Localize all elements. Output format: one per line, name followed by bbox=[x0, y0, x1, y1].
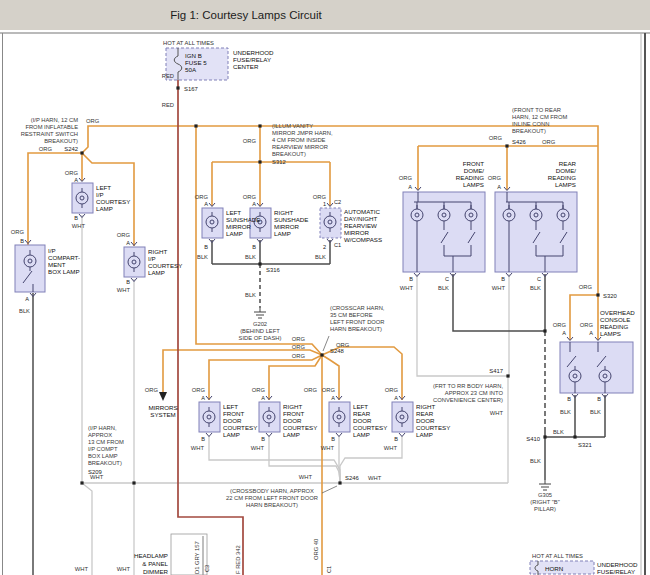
splice-dot-s312 bbox=[258, 160, 261, 163]
wire-org-lr-door-feed bbox=[322, 355, 339, 400]
ground-label-g305: G305(RIGHT "B"PILLAR) bbox=[530, 492, 559, 512]
pin-label-a: A bbox=[252, 201, 256, 207]
splice-label-s417: S417 bbox=[489, 368, 503, 374]
title-bar bbox=[0, 0, 650, 30]
wire-label-blk: BLK bbox=[197, 254, 208, 260]
horn-fuse-label: HORN bbox=[545, 565, 563, 572]
wire-label-org: ORG bbox=[489, 135, 503, 141]
pin-label-a: A bbox=[261, 395, 265, 401]
pin-label-c3: C3 bbox=[204, 565, 210, 572]
splice-label-s410: S410 bbox=[526, 436, 540, 442]
wire-label-red: RED bbox=[162, 73, 174, 79]
fuse-hot-label: HOT AT ALL TIMES bbox=[163, 40, 214, 46]
wire-org-ohc-feeds bbox=[570, 295, 598, 340]
pin-label-a: A bbox=[331, 395, 335, 401]
circuit-label-gry157: D1 GRY 157 bbox=[194, 541, 200, 574]
wire-label-wht: WHT bbox=[72, 223, 86, 229]
right-rear-door-lamp-label: RIGHTREARDOORCOURTESYLAMP bbox=[416, 403, 450, 438]
splice-label-s426: S426 bbox=[512, 139, 526, 145]
splice-label-s316: S316 bbox=[266, 267, 280, 273]
pin-label-b: B bbox=[201, 436, 205, 442]
pin-label-a: A bbox=[497, 184, 501, 190]
wire-label-wht: WHT bbox=[117, 287, 131, 293]
splice-dot-s321 bbox=[573, 435, 576, 438]
splice-dot-s209 bbox=[80, 481, 83, 484]
wire-blk-sunshade-net bbox=[212, 240, 330, 264]
wire-label-org: ORG bbox=[292, 336, 306, 342]
ground-icon-g202 bbox=[254, 308, 266, 318]
wire-label-blk: BLK bbox=[553, 429, 564, 435]
note-s312: (ILLUM VANITYMIRROR JMPR HARN,4 CM FROM … bbox=[272, 123, 333, 157]
pin-label-b: B bbox=[252, 244, 256, 250]
splice-label-s242: S242 bbox=[64, 146, 78, 152]
pin-label-c2: C2 bbox=[334, 199, 341, 205]
headlamp-switch-label: HEADLAMP& PANELDIMMER bbox=[134, 552, 169, 575]
headlamp-switch-box bbox=[171, 534, 207, 575]
wire-label-blk: BLK bbox=[315, 254, 326, 260]
splice-label-s321: S321 bbox=[578, 442, 592, 448]
pin-label-a: A bbox=[201, 395, 205, 401]
pin-label-b: B bbox=[501, 276, 505, 282]
splice-label-s167: S167 bbox=[184, 86, 198, 92]
wire-label-blk: BLK bbox=[590, 409, 601, 415]
note-s242: (I/P HARN, 12 CMFROM INFLATABLERESTRAINT… bbox=[21, 117, 78, 144]
right-sunshade-mirror-lamp-label: RIGHTSUNSHADEMIRRORLAMP bbox=[274, 209, 308, 237]
wire-label-org: ORG bbox=[304, 387, 318, 393]
junction-dot bbox=[194, 124, 197, 127]
pin-label-b: B bbox=[409, 276, 413, 282]
wire-label-org: ORG bbox=[65, 170, 79, 176]
pin-label-a: A bbox=[394, 395, 398, 401]
note-s248: (CROSSCAR HARN,35 CM BEFORELEFT FRONT DO… bbox=[330, 305, 385, 332]
wire-label-org: ORG bbox=[243, 138, 257, 144]
pin-label-a: A bbox=[204, 201, 208, 207]
wire-label-org: ORG bbox=[243, 194, 257, 200]
wire-label-blk: BLK bbox=[245, 254, 256, 260]
overhead-console-lamps-label: OVERHEADCONSOLEREADINGLAMPS bbox=[600, 309, 635, 337]
wire-label-org: ORG bbox=[292, 353, 306, 359]
overhead-console-lamps-box bbox=[560, 342, 633, 393]
wire-label-org: ORG bbox=[11, 229, 25, 235]
right-rear-door-lamp-box bbox=[392, 402, 413, 432]
splice-dot-s246 bbox=[338, 481, 341, 484]
ground-icon-g305 bbox=[539, 480, 551, 490]
pin-label-a: A bbox=[74, 177, 78, 183]
wire-label-org: ORG bbox=[553, 322, 567, 328]
left-front-door-lamp-box bbox=[199, 402, 220, 432]
front-dome-lamps-label: FRONTDOME/READINGLAMPS bbox=[456, 160, 484, 188]
wire-wht-s209-downleg bbox=[82, 483, 92, 575]
wire-label-wht: WHT bbox=[90, 474, 104, 480]
splice-dot-s320 bbox=[596, 293, 599, 296]
horn-location-label: UNDERHOODFUSE/RELAY bbox=[597, 561, 638, 575]
junction-dot bbox=[258, 124, 261, 127]
wire-label-red: RED bbox=[162, 102, 174, 108]
wire-label-org: ORG bbox=[399, 175, 413, 181]
pin-label-b: B bbox=[331, 436, 335, 442]
wire-label-blk: BLK bbox=[530, 458, 541, 464]
wire-label-wht: WHT bbox=[117, 566, 131, 572]
pin-label-c1: C1 bbox=[334, 242, 341, 248]
wire-label-wht: WHT bbox=[75, 566, 89, 572]
pin-label-a: A bbox=[589, 330, 593, 336]
wire-label-wht: WHT bbox=[384, 445, 398, 451]
wire-label-org: ORG bbox=[195, 194, 209, 200]
wire-label-org: ORG bbox=[117, 232, 131, 238]
pin-label-b: B bbox=[394, 436, 398, 442]
pin-label-a: A bbox=[126, 240, 130, 246]
wire-label-org: ORG bbox=[86, 118, 100, 124]
horn-hot-label: HOT AT ALL TIMES bbox=[532, 553, 583, 559]
auto-mirror-label: AUTOMATICDAY/NIGHTREARVIEWMIRRORW/COMPAS… bbox=[344, 208, 382, 243]
wire-label-org: ORG bbox=[580, 322, 594, 328]
pin-label-a: A bbox=[25, 296, 29, 302]
wire-label-org: ORG bbox=[39, 146, 53, 152]
wire-label-org: ORG bbox=[579, 284, 593, 290]
splice-dot-s248 bbox=[320, 353, 323, 356]
pin-label-b: B bbox=[74, 215, 78, 221]
junction-dot bbox=[132, 481, 135, 484]
wire-blk-dome-c bbox=[453, 274, 545, 331]
pin-label-b: B bbox=[204, 244, 208, 250]
wire-label-org: ORG bbox=[252, 387, 266, 393]
wire-label-org: ORG bbox=[145, 387, 159, 393]
wiring-diagram-page: Fig 1: Courtesy Lamps Circuit bbox=[0, 0, 650, 575]
wire-org-lf-door-feed bbox=[209, 355, 322, 400]
wire-label-wht: WHT bbox=[251, 445, 265, 451]
